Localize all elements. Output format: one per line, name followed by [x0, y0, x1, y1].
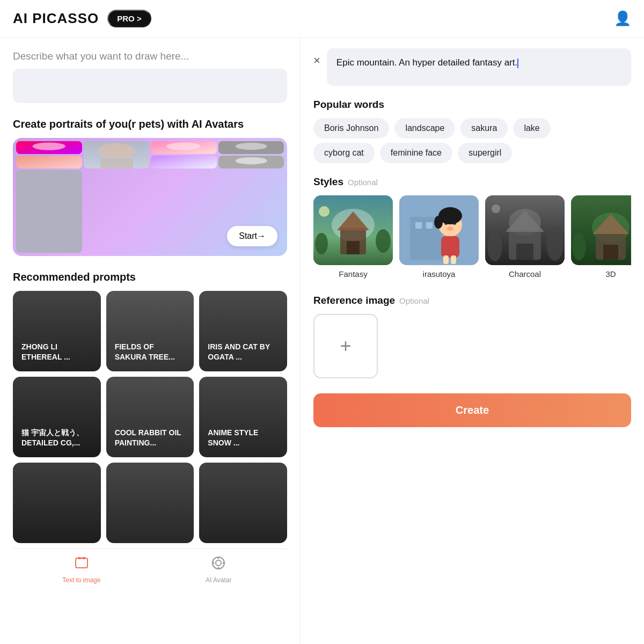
ai-avatar-label: AI Avatar — [206, 576, 231, 584]
popular-word-supergirl[interactable]: supergirl — [458, 143, 512, 163]
start-button[interactable]: Start→ — [227, 226, 277, 246]
svg-rect-27 — [347, 241, 360, 254]
style-label-irasutoya: irasutoya — [423, 269, 456, 279]
create-button[interactable]: Create — [313, 393, 631, 427]
prompt-label: Describe what you want to draw here... — [13, 50, 287, 62]
prompt-card-3[interactable]: IRIS AND CAT BY OGATA ... — [199, 291, 287, 371]
prompt-card-8[interactable] — [106, 463, 194, 543]
popular-words-row: Boris Johnson landscape sakura lake — [313, 118, 631, 138]
prompt-card-9[interactable] — [199, 463, 287, 543]
style-label-charcoal: Charcoal — [509, 269, 541, 279]
svg-rect-4 — [100, 158, 133, 169]
reference-add-button[interactable]: + — [313, 314, 378, 378]
prompt-card-4[interactable]: 猫 宇宙人と戦う、DETAILED CG,... — [13, 377, 101, 457]
app-logo: AI PICASSO — [13, 10, 99, 27]
search-row: × Epic mountain. An hyper detailed fanta… — [313, 48, 631, 86]
avatar-thumb-3 — [151, 141, 217, 154]
reference-title: Reference image — [313, 295, 395, 306]
svg-point-57 — [572, 232, 586, 260]
recommended-title: Recommended prompts — [13, 271, 287, 283]
style-item-irasutoya[interactable]: irasutoya — [399, 195, 479, 279]
prompt-card-text-4: 猫 宇宙人と戦う、DETAILED CG,... — [21, 428, 92, 449]
svg-point-49 — [487, 231, 502, 261]
style-thumb-fantasy — [313, 195, 393, 265]
svg-point-12 — [235, 157, 267, 164]
prompt-input[interactable] — [13, 69, 287, 103]
svg-rect-15 — [78, 557, 81, 559]
svg-point-28 — [319, 206, 330, 217]
search-text: Epic mountain. An hyper detailed fantasy… — [336, 57, 517, 68]
svg-point-40 — [434, 216, 443, 229]
svg-point-22 — [223, 562, 224, 564]
popular-word-landscape[interactable]: landscape — [394, 118, 455, 138]
styles-optional: Optional — [348, 178, 378, 187]
avatar-thumb-6 — [151, 156, 217, 169]
text-to-image-label: Text to image — [62, 576, 100, 584]
svg-rect-14 — [76, 558, 87, 568]
avatars-banner: Start→ — [13, 138, 287, 256]
svg-rect-42 — [443, 255, 449, 264]
style-item-charcoal[interactable]: Charcoal — [485, 195, 565, 279]
prompt-card-text-3: IRIS AND CAT BY OGATA ... — [208, 342, 279, 363]
nav-item-ai-avatar[interactable]: AI Avatar — [150, 555, 288, 584]
svg-point-6 — [166, 142, 201, 150]
svg-point-51 — [492, 204, 500, 213]
search-cursor — [517, 58, 518, 68]
bottom-nav: Text to image AI Avatar — [13, 548, 287, 588]
style-item-fantasy[interactable]: Fantasy — [313, 195, 393, 279]
svg-rect-10 — [151, 156, 217, 169]
svg-rect-56 — [603, 245, 618, 260]
style-item-3d[interactable]: 3D — [571, 195, 631, 279]
prompt-card-1[interactable]: ZHONG LI ETHEREAL ... — [13, 291, 101, 371]
styles-grid: Fantasy — [313, 195, 631, 282]
svg-point-1 — [33, 142, 65, 150]
svg-point-20 — [218, 567, 219, 569]
svg-rect-33 — [415, 222, 422, 229]
app-header: AI PICASSO PRO > 👤 — [0, 0, 644, 38]
right-panel: × Epic mountain. An hyper detailed fanta… — [301, 38, 644, 644]
avatars-section-title: Create portraits of you(r pets) with AI … — [13, 118, 287, 130]
popular-word-lake[interactable]: lake — [513, 118, 550, 138]
prompt-card-text-1: ZHONG LI ETHEREAL ... — [21, 342, 92, 363]
avatar-thumb-8 — [16, 170, 82, 253]
search-box[interactable]: Epic mountain. An hyper detailed fantasy… — [327, 48, 631, 86]
svg-point-3 — [98, 143, 135, 159]
styles-title: Styles — [313, 176, 343, 188]
popular-word-feminine-face[interactable]: feminine face — [380, 143, 452, 163]
svg-point-29 — [315, 233, 328, 254]
prompt-card-text-2: FIELDS OF SAKURA TREE... — [115, 342, 186, 363]
svg-rect-34 — [426, 222, 433, 229]
ai-avatar-icon — [211, 555, 226, 574]
avatar-thumb-5 — [16, 156, 82, 169]
svg-rect-9 — [16, 156, 82, 169]
svg-point-21 — [213, 562, 215, 564]
reference-optional: Optional — [399, 296, 429, 305]
prompts-grid: ZHONG LI ETHEREAL ... FIELDS OF SAKURA T… — [13, 291, 287, 543]
svg-point-19 — [218, 558, 219, 559]
nav-item-text-to-image[interactable]: Text to image — [13, 555, 150, 584]
prompt-card-text-5: COOL RABBIT OIL PAINTING... — [115, 428, 186, 449]
svg-rect-48 — [516, 244, 533, 260]
svg-rect-43 — [451, 255, 456, 264]
style-thumb-3d — [571, 195, 631, 265]
popular-word-cyborg-cat[interactable]: cyborg cat — [313, 143, 375, 163]
popular-word-boris-johnson[interactable]: Boris Johnson — [313, 118, 389, 138]
prompt-card-6[interactable]: ANIME STYLE SNOW ... — [199, 377, 287, 457]
prompt-card-5[interactable]: COOL RABBIT OIL PAINTING... — [106, 377, 194, 457]
style-label-fantasy: Fantasy — [339, 269, 367, 279]
popular-word-sakura[interactable]: sakura — [460, 118, 508, 138]
style-thumb-irasutoya — [399, 195, 479, 265]
text-to-image-icon — [74, 555, 89, 574]
pro-badge-button[interactable]: PRO > — [107, 10, 151, 27]
svg-point-50 — [546, 226, 564, 261]
svg-point-38 — [447, 226, 453, 231]
profile-icon[interactable]: 👤 — [614, 10, 631, 27]
popular-words-row-2: cyborg cat feminine face supergirl — [313, 143, 631, 163]
prompt-card-2[interactable]: FIELDS OF SAKURA TREE... — [106, 291, 194, 371]
svg-point-8 — [235, 143, 267, 150]
close-button[interactable]: × — [313, 54, 320, 68]
prompt-card-7[interactable] — [13, 463, 101, 543]
popular-words-title: Popular words — [313, 99, 631, 111]
reference-header: Reference image Optional — [313, 295, 631, 306]
add-icon: + — [340, 335, 351, 357]
